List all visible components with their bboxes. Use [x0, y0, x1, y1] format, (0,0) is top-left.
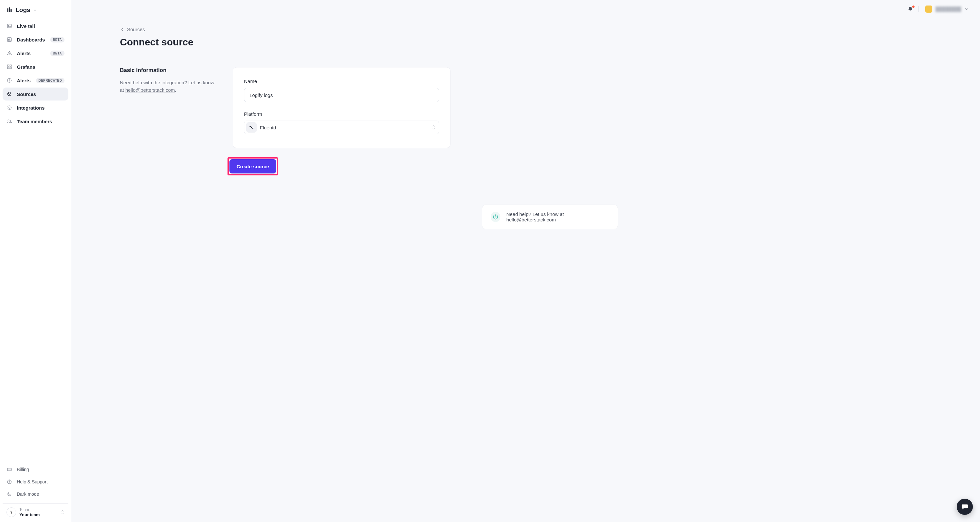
svg-rect-2 — [8, 65, 9, 67]
terminal-icon — [6, 23, 12, 29]
team-switcher[interactable]: Y Team Your team — [3, 503, 68, 519]
avatar — [925, 5, 932, 13]
people-icon — [6, 119, 12, 124]
svg-point-6 — [9, 107, 10, 108]
platform-select[interactable]: Fluentd — [244, 121, 439, 134]
breadcrumb[interactable]: Sources — [120, 27, 980, 32]
help-icon — [491, 212, 500, 222]
chat-icon — [961, 503, 968, 510]
platform-value: Fluentd — [260, 125, 276, 130]
sidebar-item-label: Dashboards — [17, 37, 45, 43]
sidebar-item-label: Sources — [17, 91, 36, 97]
card-icon — [6, 467, 12, 472]
sidebar-item-alerts-deprecated[interactable]: Alerts DEPRECATED — [3, 74, 68, 87]
footer-help-email-link[interactable]: hello@betterstack.com — [506, 217, 556, 222]
svg-rect-3 — [10, 65, 11, 67]
user-name: ████████ — [935, 6, 961, 12]
chevrons-updown-icon — [432, 125, 436, 130]
main: ████████ Sources Connect source Basic in… — [71, 0, 980, 522]
sidebar-item-alerts[interactable]: Alerts BETA — [3, 47, 68, 60]
name-label: Name — [244, 78, 439, 84]
primary-nav: Live tail Dashboards BETA Alerts BETA Gr… — [3, 19, 68, 128]
team-label: Team — [19, 508, 40, 512]
logo-icon — [6, 7, 13, 13]
sidebar-item-label: Team members — [17, 119, 52, 124]
svg-rect-4 — [8, 67, 11, 69]
deprecated-badge: DEPRECATED — [36, 78, 65, 83]
sidebar-item-label: Grafana — [17, 64, 35, 70]
product-name: Logs — [16, 6, 30, 14]
section-sidebar: Basic information Need help with the int… — [120, 67, 217, 148]
sidebar-item-label: Help & Support — [17, 479, 48, 484]
grid-icon — [6, 64, 12, 69]
sidebar-item-team[interactable]: Team members — [3, 115, 68, 128]
sidebar-item-label: Live tail — [17, 23, 35, 29]
chevron-down-icon — [33, 8, 37, 12]
beta-badge: BETA — [50, 37, 65, 43]
sidebar-item-integrations[interactable]: Integrations — [3, 101, 68, 114]
sidebar-item-label: Alerts — [17, 78, 31, 83]
breadcrumb-label: Sources — [127, 27, 145, 32]
sidebar-item-grafana[interactable]: Grafana — [3, 60, 68, 73]
form-card: Name Platform Fluentd — [233, 67, 450, 148]
notifications-button[interactable] — [907, 6, 919, 12]
sidebar-item-label: Dark mode — [17, 492, 39, 497]
chart-icon — [6, 37, 12, 42]
sidebar-footer: Billing Help & Support Dark mode — [3, 464, 68, 500]
chevrons-updown-icon — [60, 510, 65, 515]
name-field: Name — [244, 78, 439, 102]
sidebar-item-live-tail[interactable]: Live tail — [3, 19, 68, 32]
svg-point-7 — [8, 106, 11, 110]
alert-circle-icon — [6, 78, 12, 83]
sidebar-item-label: Billing — [17, 467, 29, 472]
chevron-left-icon — [120, 27, 124, 32]
chevron-down-icon — [964, 7, 969, 11]
platform-label: Platform — [244, 111, 439, 117]
sidebar-item-label: Integrations — [17, 105, 45, 110]
basic-info-section: Basic information Need help with the int… — [120, 67, 450, 148]
svg-rect-10 — [8, 468, 11, 471]
warning-icon — [6, 51, 12, 56]
platform-field: Platform Fluentd — [244, 111, 439, 134]
integrations-icon — [6, 105, 12, 110]
sidebar-item-billing[interactable]: Billing — [3, 464, 68, 475]
product-switcher[interactable]: Logs — [3, 5, 68, 19]
sidebar-item-help[interactable]: Help & Support — [3, 476, 68, 488]
svg-point-9 — [10, 120, 11, 121]
sidebar-item-sources[interactable]: Sources — [3, 88, 68, 101]
page-title: Connect source — [120, 37, 980, 48]
create-source-highlight: Create source — [228, 157, 278, 176]
svg-rect-0 — [8, 24, 11, 28]
svg-point-8 — [8, 120, 9, 121]
cube-icon — [6, 91, 12, 97]
chat-button[interactable] — [957, 499, 973, 515]
section-heading: Basic information — [120, 67, 217, 73]
sidebar-item-label: Alerts — [17, 51, 31, 56]
footer-help-card: Need help? Let us know at hello@betterst… — [482, 204, 618, 229]
sidebar: Logs Live tail Dashboards BETA Alerts BE… — [0, 0, 71, 522]
notification-dot-icon — [912, 5, 915, 8]
page-content: Sources Connect source Basic information… — [71, 18, 980, 268]
help-icon — [6, 479, 12, 484]
beta-badge: BETA — [50, 51, 65, 56]
sidebar-item-dashboards[interactable]: Dashboards BETA — [3, 33, 68, 46]
sidebar-item-darkmode[interactable]: Dark mode — [3, 488, 68, 500]
team-name: Your team — [19, 512, 40, 517]
footer-help-text: Need help? Let us know at hello@betterst… — [506, 211, 609, 222]
moon-icon — [6, 492, 12, 497]
help-email-link[interactable]: hello@betterstack.com — [126, 87, 175, 93]
user-menu[interactable]: ████████ — [923, 4, 971, 14]
form-actions: Create source — [120, 157, 980, 176]
topbar: ████████ — [71, 0, 980, 18]
fluentd-icon — [246, 122, 257, 132]
section-help-text: Need help with the integration? Let us k… — [120, 79, 217, 94]
team-avatar: Y — [6, 508, 16, 517]
name-input[interactable] — [244, 88, 439, 102]
create-source-button[interactable]: Create source — [229, 159, 276, 174]
